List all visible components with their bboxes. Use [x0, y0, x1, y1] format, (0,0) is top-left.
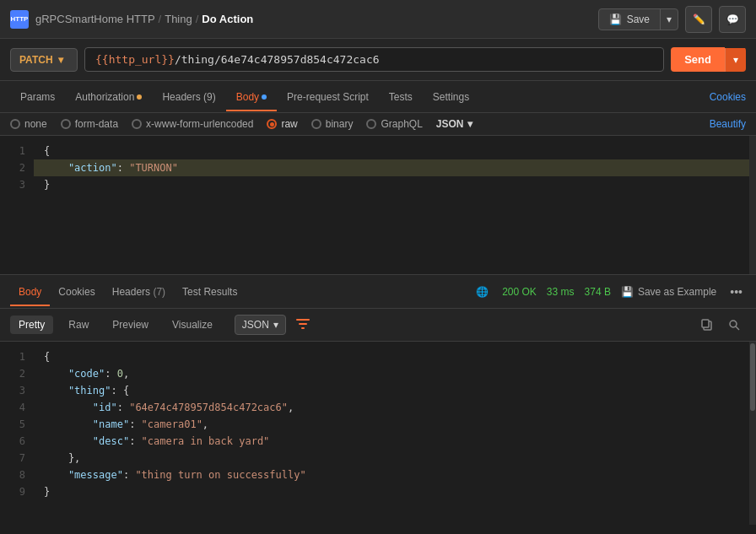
resp-line-9: } [44, 483, 739, 500]
option-raw[interactable]: raw [267, 118, 297, 130]
header: HTTP gRPCSmartHome HTTP / Thing / Do Act… [0, 0, 756, 39]
tab-headers[interactable]: Headers (9) [152, 83, 225, 111]
tab-settings[interactable]: Settings [423, 83, 479, 111]
response-code-content[interactable]: { "code": 0, "thing": { "id": "64e74c478… [34, 342, 749, 525]
filter-icon [296, 319, 310, 329]
response-format-chevron-icon: ▾ [273, 319, 278, 331]
resp-line-3: "thing": { [44, 382, 739, 399]
resp-line-2: "code": 0, [44, 365, 739, 382]
resp-line-7: }, [44, 450, 739, 467]
more-button[interactable]: ••• [726, 285, 746, 299]
authorization-dot [137, 94, 142, 100]
save-button[interactable]: 💾 Save [599, 9, 660, 30]
send-dropdown-button[interactable]: ▾ [725, 48, 746, 72]
svg-point-5 [730, 321, 737, 327]
view-visualize[interactable]: Visualize [164, 316, 221, 334]
breadcrumb-item-1[interactable]: gRPCSmartHome HTTP [35, 13, 155, 25]
svg-rect-0 [296, 319, 310, 321]
request-line-numbers: 1 2 3 [0, 136, 34, 274]
resp-line-5: "name": "camera01", [44, 416, 739, 433]
radio-raw [267, 119, 277, 129]
filter-icon-button[interactable] [293, 315, 313, 335]
option-binary[interactable]: binary [311, 118, 354, 130]
req-line-3: } [44, 176, 739, 193]
pencil-icon: ✏️ [693, 13, 705, 25]
radio-binary [311, 119, 321, 129]
edit-button[interactable]: ✏️ [685, 6, 712, 33]
svg-rect-1 [299, 323, 307, 325]
app-logo: HTTP [10, 10, 29, 29]
format-dropdown[interactable]: JSON ▾ [436, 118, 472, 130]
method-select[interactable]: PATCH ▾ [10, 48, 78, 72]
tab-params[interactable]: Params [10, 83, 65, 111]
request-code-content[interactable]: { "action": "TURNON" } [34, 136, 749, 274]
svg-line-6 [736, 326, 739, 330]
format-chevron-icon: ▾ [467, 118, 472, 130]
view-preview[interactable]: Preview [104, 316, 157, 334]
option-graphql[interactable]: GraphQL [366, 118, 422, 130]
option-form-data[interactable]: form-data [61, 118, 118, 130]
search-icon [728, 319, 740, 331]
tab-tests[interactable]: Tests [379, 83, 423, 111]
resp-line-4: "id": "64e74c478957d854c472cac6", [44, 399, 739, 416]
header-left: HTTP gRPCSmartHome HTTP / Thing / Do Act… [10, 10, 253, 29]
resp-line-1: { [44, 348, 739, 365]
save-example-button[interactable]: 💾 Save as Example [621, 286, 716, 298]
tab-pre-request-script[interactable]: Pre-request Script [277, 83, 379, 111]
comment-icon: 💬 [726, 13, 739, 25]
resp-tab-headers[interactable]: Headers (7) [104, 278, 174, 306]
tab-authorization[interactable]: Authorization [65, 83, 152, 111]
tab-body[interactable]: Body [226, 83, 277, 111]
status-size: 374 B [585, 286, 611, 298]
save-icon: 💾 [621, 286, 634, 298]
url-template-var: {{http_url}} [95, 53, 175, 66]
save-button-group: 💾 Save ▾ [598, 8, 678, 30]
response-format-select[interactable]: JSON ▾ [235, 315, 286, 335]
body-options: none form-data x-www-form-urlencoded raw… [0, 113, 756, 136]
response-scrollbar[interactable] [749, 342, 756, 525]
resp-tab-test-results[interactable]: Test Results [174, 278, 246, 306]
radio-none [10, 119, 20, 129]
search-button[interactable] [722, 313, 746, 337]
comment-button[interactable]: 💬 [719, 6, 746, 33]
response-tabs-bar: Body Cookies Headers (7) Test Results 🌐 … [0, 275, 756, 309]
request-scrollbar[interactable] [749, 136, 756, 274]
radio-graphql [366, 119, 376, 129]
resp-tab-cookies[interactable]: Cookies [50, 278, 103, 306]
url-bar: PATCH ▾ {{http_url}}/thing/64e74c478957d… [0, 39, 756, 81]
response-status: 🌐 200 OK 33 ms 374 B 💾 Save as Example •… [476, 285, 746, 299]
resp-line-8: "message": "thing turn on successfully" [44, 467, 739, 483]
save-disk-icon: 💾 [609, 13, 622, 25]
url-path: /thing/64e74c478957d854c472cac6 [175, 53, 380, 66]
save-example-label: Save as Example [638, 286, 716, 298]
option-none[interactable]: none [10, 118, 47, 130]
save-label: Save [627, 13, 650, 25]
cookies-link[interactable]: Cookies [710, 91, 746, 103]
breadcrumb-current: Do Action [202, 13, 253, 25]
response-scrollbar-thumb [750, 343, 755, 411]
request-tabs: Params Authorization Headers (9) Body Pr… [0, 81, 756, 113]
response-line-numbers: 1 2 3 4 5 6 7 8 9 [0, 342, 34, 525]
radio-form-data [61, 119, 71, 129]
view-raw[interactable]: Raw [60, 316, 97, 334]
response-format-label: JSON [242, 319, 269, 331]
send-button[interactable]: Send [671, 47, 725, 72]
response-code: 1 2 3 4 5 6 7 8 9 { "code": 0, "thing": … [0, 342, 756, 525]
method-label: PATCH [19, 54, 53, 66]
resp-line-6: "desc": "camera in back yard" [44, 433, 739, 450]
url-input[interactable]: {{http_url}}/thing/64e74c478957d854c472c… [84, 47, 664, 72]
body-dot [262, 94, 267, 100]
resp-tab-body[interactable]: Body [10, 278, 50, 306]
status-ok: 200 OK [502, 286, 537, 298]
option-urlencoded[interactable]: x-www-form-urlencoded [132, 118, 253, 130]
save-dropdown-button[interactable]: ▾ [660, 9, 678, 30]
copy-button[interactable] [695, 313, 719, 337]
globe-icon: 🌐 [476, 286, 489, 298]
copy-icon [701, 319, 713, 331]
view-pretty[interactable]: Pretty [10, 316, 53, 334]
request-body-editor: 1 2 3 { "action": "TURNON" } [0, 136, 756, 275]
svg-rect-2 [301, 327, 305, 329]
beautify-button[interactable]: Beautify [710, 118, 746, 130]
breadcrumb-sep-1: / [159, 13, 162, 25]
breadcrumb-item-2[interactable]: Thing [165, 13, 192, 25]
